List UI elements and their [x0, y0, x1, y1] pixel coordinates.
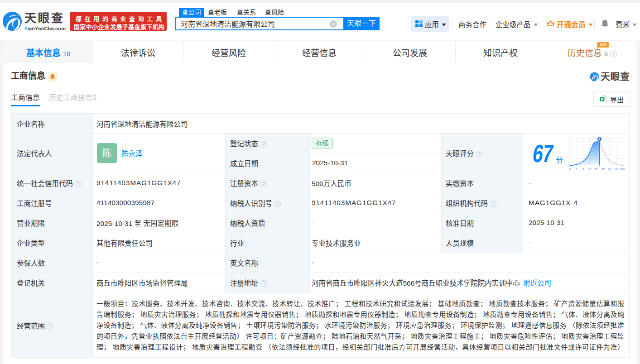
- svg-text:50: 50: [594, 167, 598, 171]
- svg-text:97: 97: [608, 167, 611, 171]
- svg-text:15: 15: [587, 167, 591, 171]
- svg-text:99: 99: [614, 167, 618, 171]
- svg-text:0: 0: [569, 167, 571, 171]
- svg-text:3: 3: [582, 167, 584, 171]
- svg-text:1: 1: [575, 167, 577, 171]
- svg-text:85: 85: [601, 167, 605, 171]
- svg-text:100: 100: [619, 167, 625, 171]
